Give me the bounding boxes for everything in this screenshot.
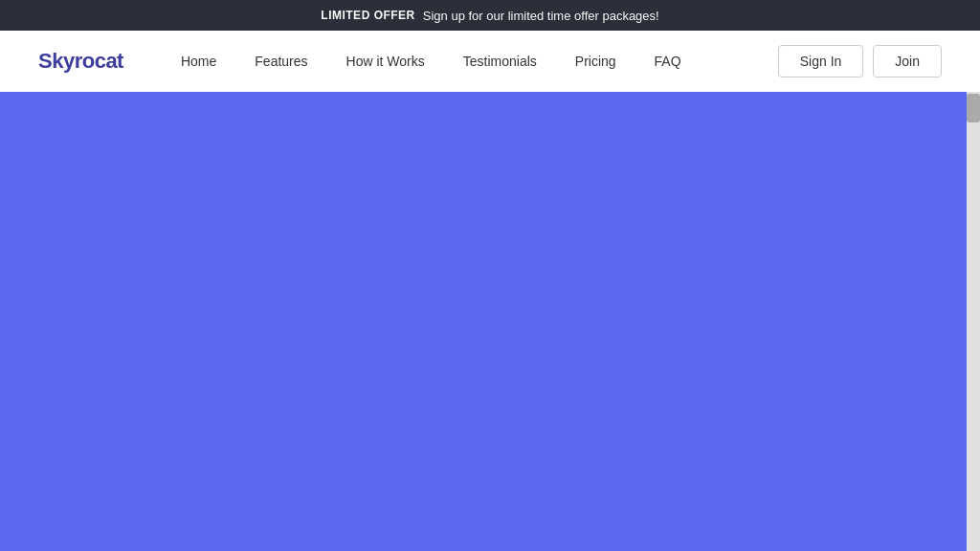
nav-actions: Sign In Join <box>778 45 942 77</box>
nav-pricing[interactable]: Pricing <box>575 54 616 69</box>
signin-button[interactable]: Sign In <box>778 45 864 77</box>
site-logo[interactable]: Skyrocat <box>38 49 123 74</box>
nav-testimonials[interactable]: Testimonials <box>463 54 537 69</box>
nav-features[interactable]: Features <box>255 54 307 69</box>
navbar: Skyrocat Home Features How it Works Test… <box>0 31 980 92</box>
main-content <box>0 92 980 551</box>
nav-how-it-works[interactable]: How it Works <box>346 54 425 69</box>
nav-faq[interactable]: FAQ <box>655 54 681 69</box>
scrollbar-thumb[interactable] <box>967 94 980 122</box>
offer-text: Sign up for our limited time offer packa… <box>423 9 659 23</box>
scrollbar[interactable] <box>967 92 980 551</box>
join-button[interactable]: Join <box>873 45 942 77</box>
limited-offer-label: LIMITED OFFER <box>321 9 415 22</box>
nav-home[interactable]: Home <box>181 54 216 69</box>
nav-links: Home Features How it Works Testimonials … <box>181 54 778 69</box>
announcement-bar: LIMITED OFFER Sign up for our limited ti… <box>0 0 980 31</box>
